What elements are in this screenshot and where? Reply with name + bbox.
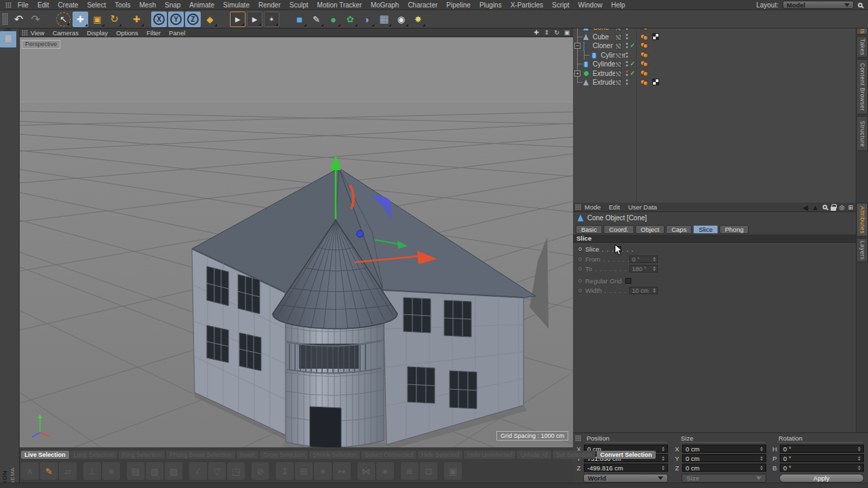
render-view-icon[interactable]: ▶ bbox=[230, 12, 245, 27]
tab-structure[interactable]: Structure bbox=[857, 116, 868, 151]
param-row-width[interactable]: Width . . . . . . 10 cm bbox=[573, 286, 763, 295]
coordinate-system-icon[interactable]: ◆ bbox=[202, 12, 218, 27]
rotate-view-icon[interactable]: ↻ bbox=[553, 28, 561, 37]
menu-sculpt[interactable]: Sculpt bbox=[290, 1, 309, 9]
render-region-icon[interactable]: ▶ bbox=[247, 12, 262, 27]
layer-swatch[interactable] bbox=[615, 61, 622, 68]
spinner-icon[interactable] bbox=[653, 257, 657, 262]
enabled-check[interactable]: ✓ bbox=[630, 42, 635, 49]
undo-icon[interactable]: ↶ bbox=[11, 12, 26, 27]
viewport-canvas[interactable] bbox=[20, 37, 573, 447]
live-selection-button[interactable]: Live Selection bbox=[21, 451, 69, 459]
spinner-icon[interactable] bbox=[662, 456, 666, 461]
attr-menu-user-data[interactable]: User Data bbox=[628, 203, 657, 211]
tab-caps[interactable]: Caps bbox=[666, 225, 692, 234]
phong-tag-icon[interactable] bbox=[640, 60, 646, 66]
phong-tag-icon[interactable] bbox=[640, 70, 646, 75]
rotation-h-field[interactable]: 0 ° bbox=[780, 445, 864, 453]
spinner-icon[interactable] bbox=[760, 447, 764, 451]
param-row-regular-grid[interactable]: Regular Grid bbox=[573, 277, 763, 285]
extrude-tool-icon[interactable]: ▤ bbox=[127, 462, 144, 480]
menu-animate[interactable]: Animate bbox=[189, 1, 214, 9]
visibility-dots[interactable] bbox=[626, 52, 628, 58]
size-y-field[interactable]: 0 cm bbox=[682, 454, 766, 462]
object-row-cube[interactable]: Cube bbox=[573, 33, 856, 41]
spline-pen-icon[interactable]: ✎ bbox=[309, 12, 324, 27]
select-connected-button[interactable]: Select Connected bbox=[361, 451, 416, 459]
tab-slice[interactable]: Slice bbox=[693, 225, 718, 234]
camera-icon[interactable]: ◉ bbox=[393, 12, 409, 27]
menu-snap[interactable]: Snap bbox=[165, 1, 180, 9]
param-row-slice[interactable]: Slice . . . . . . . bbox=[573, 245, 763, 253]
redo-icon[interactable]: ↷ bbox=[28, 12, 43, 27]
phong-break-selection-button[interactable]: Phong Break Selection bbox=[166, 451, 235, 459]
object-name[interactable]: Cylinder bbox=[601, 52, 626, 59]
convert-selection-button[interactable]: Convert Selection bbox=[597, 451, 656, 459]
phong-tag-icon[interactable] bbox=[640, 34, 646, 39]
rotate-icon[interactable]: ↻ bbox=[106, 12, 122, 27]
enabled-check[interactable]: ✓ bbox=[630, 60, 635, 67]
position-z-field[interactable]: -499.816 cm bbox=[584, 464, 668, 472]
layer-swatch[interactable] bbox=[615, 79, 622, 86]
x-axis-lock-icon[interactable]: X bbox=[151, 12, 167, 27]
smooth-shift-icon[interactable]: ◳ bbox=[227, 462, 245, 480]
tab-takes[interactable]: Takes bbox=[857, 36, 868, 58]
polygon-pen-icon[interactable]: ✎ bbox=[40, 462, 58, 480]
visibility-dots[interactable] bbox=[626, 34, 628, 39]
invert-button[interactable]: Invert bbox=[237, 451, 259, 459]
enabled-check[interactable]: ✓ bbox=[630, 70, 635, 77]
search-icon[interactable] bbox=[858, 3, 863, 7]
spinner-icon[interactable] bbox=[662, 466, 666, 470]
disable-tool-icon[interactable]: ⊘ bbox=[252, 462, 269, 480]
generator-icon[interactable]: ● bbox=[326, 12, 341, 27]
stitch-sew-icon[interactable]: ≋ bbox=[401, 462, 418, 480]
from-field[interactable]: 0 ° bbox=[629, 256, 658, 263]
object-name[interactable]: Cube bbox=[593, 33, 609, 41]
tab-phong[interactable]: Phong bbox=[719, 225, 749, 234]
object-name[interactable]: Extrude bbox=[593, 79, 616, 86]
unhide-all-button[interactable]: Unhide All bbox=[517, 451, 551, 459]
render-settings-icon[interactable]: ✶ bbox=[264, 12, 279, 27]
coordinate-space-select[interactable]: World bbox=[583, 474, 668, 483]
vmenu-cameras[interactable]: Cameras bbox=[52, 29, 79, 37]
regular-grid-checkbox[interactable] bbox=[625, 278, 631, 284]
light-icon[interactable]: ✸ bbox=[410, 12, 426, 27]
collapse-toggle[interactable]: − bbox=[574, 43, 580, 49]
spinner-icon[interactable] bbox=[760, 456, 764, 461]
tab-basic[interactable]: Basic bbox=[576, 225, 602, 234]
animation-dot[interactable] bbox=[578, 279, 582, 283]
ring-selection-button[interactable]: Ring Selection bbox=[119, 451, 165, 459]
inner-extrude-icon[interactable]: ▥ bbox=[146, 462, 163, 480]
set-selection-button[interactable]: Set Selection bbox=[553, 451, 595, 459]
y-axis-lock-icon[interactable]: Y bbox=[168, 12, 184, 27]
spinner-icon[interactable] bbox=[653, 288, 657, 293]
weld-tool-icon[interactable]: ∗ bbox=[376, 462, 394, 480]
z-axis-handle[interactable] bbox=[357, 230, 363, 237]
maximize-icon[interactable]: ▣ bbox=[563, 28, 571, 37]
spinner-icon[interactable] bbox=[858, 466, 862, 470]
polygon-reduce-icon[interactable]: ▽ bbox=[208, 462, 226, 480]
grow-selection-button[interactable]: Grow Selection bbox=[260, 451, 308, 459]
hide-selected-button[interactable]: Hide Selected bbox=[418, 451, 462, 459]
texture-tag-icon[interactable] bbox=[652, 79, 659, 85]
pan-icon[interactable]: ✚ bbox=[532, 28, 540, 37]
menu-file[interactable]: File bbox=[18, 1, 28, 9]
menu-select[interactable]: Select bbox=[87, 1, 106, 9]
menu-script[interactable]: Script bbox=[552, 1, 570, 9]
parent-up-icon[interactable]: ▲ bbox=[812, 204, 819, 211]
tessellate-icon[interactable]: ▱ bbox=[59, 462, 77, 480]
attr-menu-mode[interactable]: Mode bbox=[585, 203, 601, 211]
vmenu-options[interactable]: Options bbox=[116, 29, 138, 37]
pin-tool-icon[interactable]: ⊥ bbox=[83, 462, 101, 480]
tab-coord[interactable]: Coord. bbox=[604, 225, 634, 234]
menu-window[interactable]: Window bbox=[578, 1, 603, 9]
vmenu-filter[interactable]: Filter bbox=[146, 29, 161, 37]
vmenu-panel[interactable]: Panel bbox=[169, 29, 185, 37]
normal-move-icon[interactable]: ↧ bbox=[276, 462, 294, 480]
camera-label[interactable]: Perspective bbox=[22, 40, 60, 49]
move-icon[interactable]: ✚ bbox=[73, 12, 88, 27]
zoom-icon[interactable]: ⇕ bbox=[542, 28, 551, 37]
bend-tool-icon[interactable]: ∧ bbox=[21, 462, 39, 480]
rotation-b-field[interactable]: 0 ° bbox=[780, 464, 864, 472]
spinner-icon[interactable] bbox=[653, 266, 657, 271]
